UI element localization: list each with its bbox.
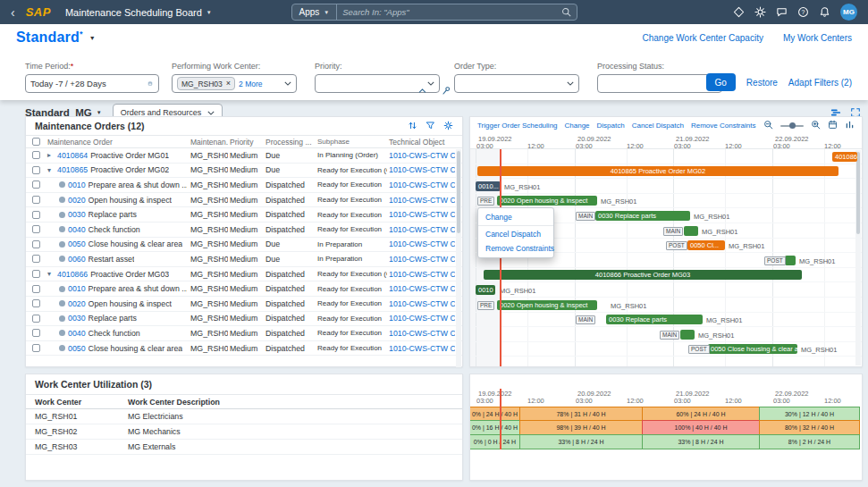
row-checkbox[interactable]	[32, 299, 40, 307]
row-checkbox[interactable]	[32, 285, 40, 293]
gantt-settings-icon[interactable]	[845, 120, 855, 131]
order-type-select[interactable]	[454, 74, 579, 93]
search-icon[interactable]	[561, 7, 571, 17]
column-processing[interactable]: Processing ...	[264, 138, 316, 147]
notifications-icon[interactable]	[819, 6, 830, 18]
operation-number-link[interactable]: 0010	[68, 181, 86, 189]
feedback-icon[interactable]	[776, 6, 788, 18]
select-all-checkbox[interactable]	[32, 138, 40, 146]
row-checkbox[interactable]	[32, 151, 40, 159]
gantt-bar[interactable]	[684, 226, 698, 236]
row-checkbox[interactable]	[32, 181, 40, 189]
row-checkbox[interactable]	[32, 329, 40, 337]
technical-object-link[interactable]: 1010-CWS-CTW Cooli...	[389, 329, 453, 338]
utilization-cell[interactable]: 30% | 12 H / 40 H	[759, 407, 860, 421]
more-tokens-link[interactable]: 2 More	[239, 80, 262, 88]
gantt-bar[interactable]: 0010	[476, 285, 495, 295]
table-row[interactable]: 0060Restart assetMG_RSH01MediumDueIn Pre…	[26, 252, 462, 267]
assistant-icon[interactable]	[733, 6, 745, 18]
utilization-cell[interactable]: 60% | 24 H / 40 H	[642, 407, 760, 421]
row-checkbox[interactable]	[32, 270, 40, 278]
table-row[interactable]: 0050Close housing & clear areaMG_RSH01Me…	[26, 341, 462, 357]
table-row[interactable]: ▸4010864Proactive Order MG01MG_RSH01Medi…	[26, 148, 462, 164]
chevron-down-icon[interactable]: ▼	[89, 35, 96, 41]
table-row[interactable]: 0010Prepare area & shut down ...MG_RSH01…	[26, 281, 462, 297]
operation-number-link[interactable]: 0020	[68, 299, 86, 308]
filter-icon[interactable]	[426, 118, 435, 134]
column-work-center-description[interactable]: Work Center Description	[124, 398, 462, 407]
technical-object-link[interactable]: 1010-CWS-CTW Cooli...	[389, 196, 453, 205]
calendar-icon[interactable]	[147, 81, 154, 86]
my-work-centers-link[interactable]: My Work Centers	[783, 33, 852, 43]
operation-number-link[interactable]: 0040	[68, 225, 86, 234]
sort-icon[interactable]	[408, 118, 417, 134]
operation-number-link[interactable]: 0030	[68, 314, 86, 323]
context-menu-change[interactable]: Change	[478, 210, 553, 224]
token-remove-icon[interactable]: ×	[226, 80, 231, 88]
table-row[interactable]: MG_RSH03MG Externals	[26, 440, 462, 455]
gantt-bar[interactable]: 4010866 Proactive Order MG03	[484, 270, 802, 280]
utilization-cell[interactable]: 80% | 32 H / 40 H	[759, 420, 860, 435]
operation-number-link[interactable]: 0040	[68, 329, 86, 338]
search-scope-select[interactable]: Apps ▼	[292, 4, 338, 20]
table-row[interactable]: 0020Open housing & inspectMG_RSH01Medium…	[26, 193, 462, 208]
table-row[interactable]: MG_RSH02MG Mechanics	[26, 424, 462, 440]
user-avatar[interactable]: MG	[840, 4, 857, 21]
column-work-center[interactable]: Work Center	[26, 398, 124, 407]
page-title[interactable]: Standard*	[16, 29, 83, 46]
expand-caret-icon[interactable]: ▸	[47, 151, 57, 159]
technical-object-link[interactable]: 1010-CWS-CTW Cooli...	[389, 255, 453, 264]
row-checkbox[interactable]	[32, 166, 40, 174]
gantt-bar[interactable]: 4010865 Proactive Order MG02	[477, 166, 839, 176]
help-icon[interactable]: ?	[797, 6, 809, 18]
time-period-input[interactable]	[30, 79, 143, 88]
gantt-bar[interactable]: 0010...	[476, 181, 501, 191]
operation-number-link[interactable]: 0060	[68, 255, 86, 264]
utilization-cell[interactable]: 33% | 8 H / 24 H	[519, 434, 643, 449]
remove-constraints-link[interactable]: Remove Constraints	[691, 122, 755, 130]
trigger-order-scheduling-link[interactable]: Trigger Order Scheduling	[477, 122, 558, 130]
technical-object-link[interactable]: 1010-CWS-CTW Cooli...	[389, 225, 453, 234]
zoom-slider-knob[interactable]	[789, 122, 796, 129]
utilization-cell[interactable]: 8% | 2 H / 24 H	[759, 434, 860, 449]
table-row[interactable]: ▾4010865Proactive Order MG02MG_RSH01Medi…	[26, 164, 462, 179]
gantt-bar[interactable]: 0020 Open housing & inspect	[497, 300, 597, 310]
gantt-bar[interactable]: 4010864 Proactive...	[832, 152, 857, 162]
zoom-in-icon[interactable]	[811, 120, 821, 131]
operation-number-link[interactable]: 0020	[68, 196, 86, 205]
change-work-center-capacity-link[interactable]: Change Work Center Capacity	[643, 33, 763, 43]
gantt-bar[interactable]: 0050 Cl...	[687, 240, 725, 250]
adapt-filters-link[interactable]: Adapt Filters (2)	[788, 78, 852, 88]
operation-number-link[interactable]: 0030	[68, 210, 86, 219]
calendar-icon[interactable]	[828, 120, 838, 131]
technical-object-link[interactable]: 1010-CWS-CTW Cooli...	[389, 165, 453, 174]
technical-object-link[interactable]: 1010-CWS-CTW Cooli...	[389, 314, 453, 323]
time-period-field[interactable]	[25, 74, 159, 93]
context-menu-cancel-dispatch[interactable]: Cancel Dispatch	[478, 227, 553, 241]
app-title-menu[interactable]: Maintenance Scheduling Board ▼	[65, 7, 212, 18]
zoom-out-icon[interactable]	[763, 120, 773, 131]
row-checkbox[interactable]	[32, 255, 40, 263]
dispatch-link[interactable]: Dispatch	[597, 122, 625, 130]
change-link[interactable]: Change	[565, 122, 590, 130]
utilization-cell[interactable]: 100% | 40 H / 40 H	[642, 420, 760, 435]
technical-object-link[interactable]: 1010-CWS-CTW Cooli...	[389, 284, 453, 293]
utilization-cell[interactable]: 33% | 8 H / 24 H	[642, 434, 760, 449]
table-row[interactable]: MG_RSH01MG Electricians	[26, 409, 462, 424]
utilization-cell[interactable]: 0% | 16 H / 40 H	[469, 420, 520, 435]
order-number-link[interactable]: 4010866	[57, 270, 88, 279]
table-row[interactable]: 0040Check functionMG_RSH01MediumDispatch…	[26, 326, 462, 341]
operation-number-link[interactable]: 0050	[68, 344, 86, 353]
zoom-slider[interactable]	[780, 125, 804, 127]
restore-link[interactable]: Restore	[746, 78, 778, 88]
utilization-cell[interactable]: 0% | 0 H / 24 H	[469, 434, 520, 449]
collapse-caret-icon[interactable]: ▾	[47, 166, 57, 174]
row-checkbox[interactable]	[32, 196, 40, 204]
utilization-cell[interactable]: 78% | 31 H / 40 H	[519, 407, 643, 421]
gantt-bar[interactable]	[680, 330, 695, 340]
row-checkbox[interactable]	[32, 211, 40, 219]
processing-status-select[interactable]	[597, 74, 722, 93]
search-input[interactable]	[337, 7, 560, 17]
technical-object-link[interactable]: 1010-CWS-CTW Cooli...	[389, 299, 453, 308]
performing-work-center-field[interactable]: MG_RSH03× 2 More	[172, 74, 297, 93]
